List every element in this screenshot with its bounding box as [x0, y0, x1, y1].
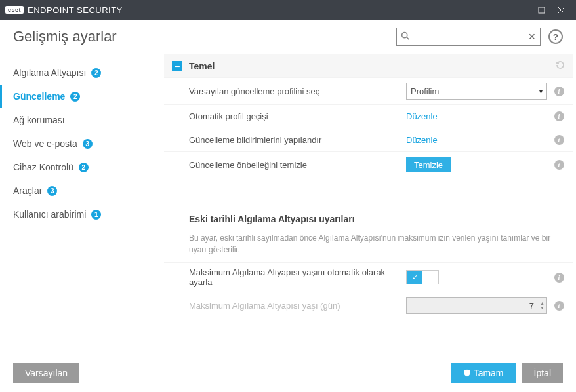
- sidebar-badge: 3: [47, 186, 57, 196]
- setting-label: Güncelleme bildirimlerini yapılandır: [189, 135, 406, 145]
- defaults-button[interactable]: Varsayılan: [13, 363, 79, 383]
- sidebar-badge: 3: [83, 139, 93, 149]
- sidebar-item-label: Cihaz Kontrolü: [13, 162, 73, 172]
- select-value: Profilim: [411, 87, 439, 96]
- sidebar-badge: 2: [70, 92, 80, 102]
- info-button[interactable]: i: [552, 271, 566, 284]
- sidebar-item-label: Algılama Altyapısı: [13, 68, 86, 78]
- subsection-outdated-title: Eski tarihli Algılama Altyapısı uyarılar…: [164, 203, 573, 229]
- sidebar-item-device-control[interactable]: Cihaz Kontrolü 2: [0, 155, 164, 179]
- sidebar-item-detection-engine[interactable]: Algılama Altyapısı 2: [0, 61, 164, 85]
- square-icon: [538, 7, 545, 14]
- edit-notifications-link[interactable]: Düzenle: [406, 135, 438, 145]
- sidebar-badge: 2: [79, 163, 89, 172]
- info-icon: i: [554, 160, 564, 170]
- subsection-rollback-title: Modülü Geri Alma: [164, 345, 573, 354]
- section-temel-header: − Temel: [164, 54, 573, 77]
- section-title: Temel: [189, 61, 555, 71]
- info-button[interactable]: i: [552, 134, 566, 147]
- search-input[interactable]: [409, 32, 528, 42]
- info-button[interactable]: i: [552, 158, 566, 171]
- close-icon: [558, 7, 565, 14]
- sidebar-item-update[interactable]: Güncelleme 2: [0, 85, 164, 108]
- help-button[interactable]: ?: [548, 29, 563, 44]
- info-icon: i: [554, 301, 564, 311]
- sidebar-badge: 1: [91, 210, 101, 220]
- info-button[interactable]: i: [552, 85, 566, 98]
- row-auto-profile-switch: Otomatik profil geçişi Düzenle i: [164, 104, 573, 128]
- auto-max-age-toggle[interactable]: ✓: [406, 270, 439, 284]
- search-icon: [401, 31, 409, 42]
- sidebar-item-ui[interactable]: Kullanıcı arabirimi 1: [0, 203, 164, 226]
- svg-rect-0: [539, 7, 545, 13]
- check-icon: ✓: [407, 271, 422, 284]
- sidebar-item-tools[interactable]: Araçlar 3: [0, 179, 164, 203]
- row-configure-notifications: Güncelleme bildirimlerini yapılandır Düz…: [164, 128, 573, 151]
- svg-point-3: [402, 33, 407, 38]
- revert-button[interactable]: [555, 60, 566, 72]
- collapse-button[interactable]: −: [172, 61, 182, 71]
- row-max-age-days: Maksimum Algılama Altyapısı yaşı (gün) ▲…: [164, 292, 573, 319]
- row-clear-cache: Güncelleme önbelleğini temizle Temizle i: [164, 151, 573, 177]
- header: Gelişmiş ayarlar ✕ ?: [0, 20, 576, 54]
- setting-label: Maksimum Algılama Altyapısı yaşı (gün): [189, 301, 406, 311]
- search-box[interactable]: ✕: [396, 28, 541, 46]
- cancel-button[interactable]: İptal: [522, 363, 563, 383]
- setting-label: Maksimum Algılama Altyapısı yaşını otoma…: [189, 267, 406, 287]
- maximize-button[interactable]: [531, 3, 551, 16]
- row-default-profile: Varsayılan güncelleme profilini seç Prof…: [164, 77, 573, 104]
- sidebar-item-label: Araçlar: [13, 186, 42, 196]
- sidebar-item-network[interactable]: Ağ koruması: [0, 108, 164, 132]
- sidebar-item-web-email[interactable]: Web ve e-posta 3: [0, 132, 164, 155]
- info-icon: i: [554, 87, 564, 96]
- clear-cache-button[interactable]: Temizle: [406, 157, 451, 172]
- page-title: Gelişmiş ayarlar: [13, 28, 396, 45]
- edit-auto-switch-link[interactable]: Düzenle: [406, 111, 438, 121]
- sidebar: Algılama Altyapısı 2 Güncelleme 2 Ağ kor…: [0, 54, 164, 354]
- chevron-down-icon: ▼: [540, 305, 545, 310]
- chevron-up-icon: ▲: [540, 301, 545, 305]
- titlebar: eset ENDPOINT SECURITY: [0, 0, 576, 20]
- info-button[interactable]: i: [552, 110, 566, 123]
- product-title: ENDPOINT SECURITY: [28, 5, 123, 15]
- max-age-days-input: [407, 301, 538, 311]
- info-icon: i: [554, 111, 564, 121]
- sidebar-item-label: Güncelleme: [13, 91, 65, 102]
- row-auto-max-age: Maksimum Algılama Altyapısı yaşını otoma…: [164, 262, 573, 292]
- close-window-button[interactable]: [551, 3, 571, 16]
- setting-label: Güncelleme önbelleğini temizle: [189, 160, 406, 170]
- svg-line-4: [407, 37, 409, 39]
- undo-icon: [555, 60, 566, 70]
- sidebar-item-label: Web ve e-posta: [13, 138, 77, 149]
- info-icon: i: [554, 135, 564, 145]
- ok-button[interactable]: Tamam: [451, 363, 516, 383]
- sidebar-item-label: Kullanıcı arabirimi: [13, 209, 86, 220]
- clear-search-button[interactable]: ✕: [528, 31, 536, 42]
- shield-icon: [463, 369, 471, 377]
- default-profile-select[interactable]: Profilim ▾: [406, 83, 547, 100]
- sidebar-item-label: Ağ koruması: [13, 115, 65, 125]
- content-area: − Temel Varsayılan güncelleme profilini …: [164, 54, 576, 354]
- sidebar-badge: 2: [91, 68, 101, 78]
- setting-label: Otomatik profil geçişi: [189, 111, 406, 121]
- footer: Varsayılan Tamam İptal: [0, 354, 576, 392]
- setting-label: Varsayılan güncelleme profilini seç: [189, 87, 406, 96]
- chevron-down-icon: ▾: [539, 88, 543, 95]
- max-age-days-spinner: ▲▼: [406, 297, 547, 314]
- subsection-outdated-desc: Bu ayar, eski tarihli sayılmadan önce Al…: [164, 229, 573, 262]
- brand-badge: eset: [5, 6, 24, 14]
- info-button[interactable]: i: [552, 299, 566, 312]
- info-icon: i: [554, 273, 564, 283]
